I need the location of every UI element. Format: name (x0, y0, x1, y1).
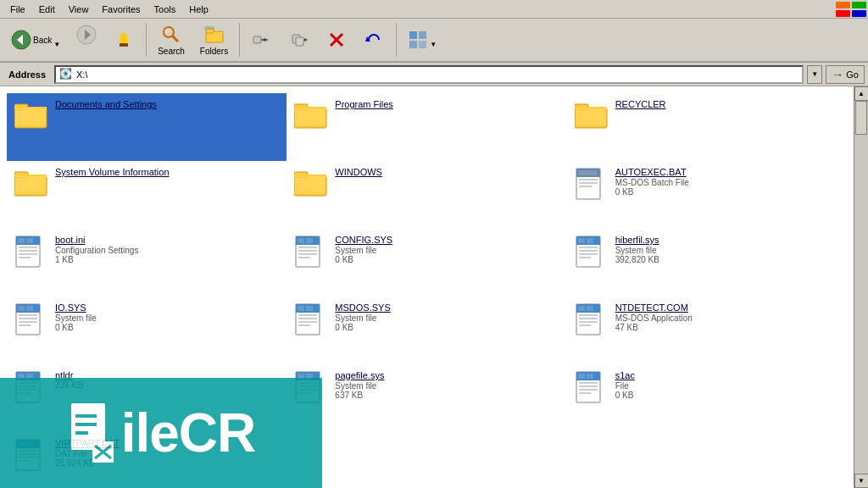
menu-edit[interactable]: Edit (32, 3, 62, 16)
file-size: 0 KB (55, 323, 279, 332)
file-info: MSDOS.SYSSystem file0 KB (335, 302, 559, 332)
file-item[interactable]: NTDETECT.COMMS-DOS Application47 KB (567, 297, 847, 364)
svg-rect-0 (836, 2, 850, 8)
back-button[interactable]: Back ▼ (5, 26, 66, 53)
move-button[interactable] (245, 26, 279, 53)
svg-rect-74 (579, 247, 598, 248)
file-item[interactable]: Documents and Settings (7, 93, 287, 161)
toolbar-sep-1 (146, 23, 147, 57)
sys-file-icon (294, 302, 328, 336)
svg-rect-53 (579, 179, 598, 180)
file-item[interactable]: MSDOS.SYSSystem file0 KB (287, 297, 566, 364)
views-icon (408, 30, 428, 50)
file-item[interactable]: pagefile.sysSystem file637 KB (287, 364, 566, 432)
file-item[interactable]: hiberfil.sysSystem file392,820 KB (567, 229, 847, 297)
file-size: 228 KB (55, 380, 279, 390)
svg-rect-94 (298, 306, 304, 311)
svg-rect-68 (298, 253, 317, 255)
file-item[interactable]: boot.iniConfiguration Settings1 KB (7, 229, 287, 297)
file-size: 0 KB (335, 323, 559, 332)
svg-rect-103 (587, 306, 593, 311)
svg-rect-17 (253, 36, 261, 43)
address-input[interactable] (76, 69, 798, 80)
menu-tools[interactable]: Tools (147, 3, 183, 16)
svg-rect-16 (204, 26, 214, 30)
folders-icon (204, 25, 225, 45)
file-info: NTDETECT.COMMS-DOS Application47 KB (615, 302, 839, 332)
scroll-thumb[interactable] (855, 101, 867, 135)
copy-button[interactable] (282, 26, 316, 53)
toolbar: Back ▼ Fwd (0, 19, 868, 63)
file-name: ntldr (55, 370, 279, 380)
go-arrow-icon: → (832, 68, 843, 81)
menu-help[interactable]: Help (182, 3, 215, 16)
address-dropdown-arrow[interactable]: ▼ (807, 65, 822, 84)
svg-rect-135 (26, 441, 33, 446)
svg-rect-58 (19, 247, 37, 248)
svg-rect-55 (579, 186, 593, 187)
file-item[interactable]: VIRTPART.DATDAT File26,624 KB (7, 432, 287, 488)
menu-favorites[interactable]: Favorites (95, 3, 147, 16)
menu-view[interactable]: View (62, 3, 96, 16)
svg-rect-71 (306, 238, 313, 243)
scroll-track[interactable] (854, 101, 868, 474)
file-info: s1acFile0 KB (615, 370, 839, 400)
file-size: 0 KB (335, 255, 559, 264)
undo-button[interactable] (357, 26, 391, 53)
file-info: WINDOWS (335, 167, 559, 177)
file-item[interactable]: RECYCLER (567, 93, 847, 161)
file-item[interactable]: AUTOEXEC.BATMS-DOS Batch File0 KB (567, 161, 847, 229)
sys-file-icon (14, 302, 48, 336)
file-info: AUTOEXEC.BATMS-DOS Batch File0 KB (615, 167, 839, 197)
go-label: Go (846, 69, 859, 80)
delete-button[interactable] (320, 26, 353, 53)
up-button[interactable] (107, 26, 141, 53)
folders-button[interactable]: Folders (194, 21, 234, 59)
file-item[interactable]: CONFIG.SYSSystem file0 KB (287, 229, 566, 297)
file-type: MS-DOS Batch File (615, 178, 839, 187)
undo-icon (364, 30, 384, 50)
address-drive-icon: 💽 (59, 68, 73, 81)
svg-rect-115 (298, 385, 317, 387)
file-item[interactable]: ntldr228 KB (7, 364, 287, 432)
scroll-up-arrow[interactable]: ▲ (854, 86, 869, 101)
forward-button[interactable]: Fwd (70, 21, 103, 59)
file-info: Documents and Settings (55, 99, 279, 109)
file-type: System file (335, 381, 559, 391)
file-item[interactable]: System Volume Information (7, 161, 287, 229)
svg-rect-84 (19, 321, 37, 323)
menu-file[interactable]: File (3, 3, 32, 16)
file-size: 1 KB (55, 255, 279, 264)
file-item[interactable]: Program Files (287, 93, 566, 161)
file-item[interactable]: IO.SYSSystem file0 KB (7, 297, 287, 364)
folder-icon (14, 167, 48, 201)
file-type: System file (335, 313, 559, 323)
toolbar-sep-2 (239, 23, 240, 57)
svg-rect-108 (19, 389, 37, 391)
address-input-container[interactable]: 💽 (54, 65, 804, 84)
file-type: MS-DOS Application (615, 313, 839, 323)
file-item[interactable]: s1acFile0 KB (567, 364, 847, 432)
address-label: Address (3, 69, 51, 80)
svg-rect-99 (579, 318, 598, 319)
svg-rect-67 (298, 250, 317, 252)
file-type: DAT File (55, 449, 279, 458)
file-size: 392,820 KB (615, 255, 839, 264)
svg-rect-54 (579, 182, 598, 184)
svg-rect-125 (579, 392, 591, 394)
svg-rect-29 (419, 41, 426, 48)
go-button[interactable]: → Go (826, 65, 865, 84)
file-name: VIRTPART.DAT (55, 438, 279, 448)
svg-marker-9 (118, 33, 130, 42)
svg-rect-101 (579, 324, 591, 326)
search-button[interactable]: Search (152, 21, 191, 59)
svg-rect-122 (579, 382, 598, 384)
svg-rect-133 (19, 460, 31, 462)
svg-rect-111 (26, 374, 33, 379)
views-button[interactable]: ▼ (402, 26, 442, 53)
scroll-down-arrow[interactable]: ▼ (854, 474, 869, 488)
file-item[interactable]: WINDOWS (287, 161, 566, 229)
scrollbar[interactable]: ▲ ▼ (854, 86, 868, 488)
file-info: ntldr228 KB (55, 370, 279, 390)
file-name: IO.SYS (55, 302, 279, 313)
